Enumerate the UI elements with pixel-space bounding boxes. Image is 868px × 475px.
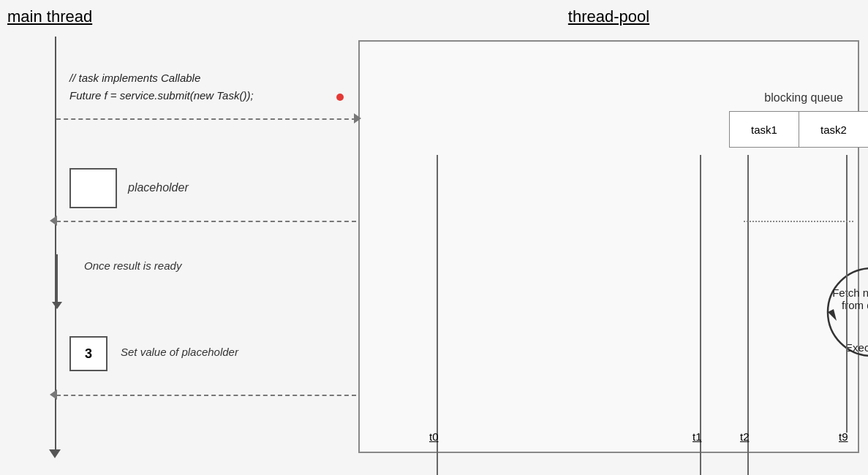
code-text: // task implements Callable Future f = s… (69, 69, 254, 104)
main-thread-label: main thread (7, 7, 92, 26)
placeholder-label: placeholder (128, 181, 189, 194)
blocking-queue-label: blocking queue (764, 91, 843, 104)
main-thread-arrow (49, 449, 61, 458)
thread-pool-box: blocking queue task1 task2 task3 task4 .… (358, 40, 859, 453)
value-text: 3 (85, 346, 92, 362)
dotted-line (744, 221, 853, 222)
placeholder-box (69, 168, 117, 208)
down-arrow-line (56, 254, 58, 302)
fetch-text: Fetch next taskfrom queue (822, 286, 868, 311)
thread-pool-label: thread-pool (358, 7, 859, 26)
time-label-t0: t0 (429, 430, 439, 443)
task-box-2: task2 (799, 112, 868, 147)
time-label-t2: t2 (740, 430, 750, 443)
arrow-submit-head (354, 113, 361, 123)
set-value-label: Set value of placeholder (121, 346, 238, 358)
thread-line-t2 (747, 155, 749, 475)
red-dot (336, 94, 344, 101)
value-box: 3 (69, 336, 107, 371)
task-queue: task1 task2 task3 task4 .... (729, 111, 868, 148)
thread-line-t1 (700, 155, 701, 475)
arrow-return-head (50, 216, 57, 226)
time-label-t1: t1 (692, 430, 702, 443)
time-label-t9: t9 (839, 430, 848, 443)
down-arrow (52, 254, 62, 309)
task-box-1: task1 (730, 112, 799, 147)
arrow-submit (56, 118, 356, 120)
code-line1: // task implements Callable (69, 69, 254, 87)
arrow-return2 (56, 395, 356, 396)
execute-text: Execute it (822, 341, 868, 354)
thread-line-t0 (437, 155, 438, 475)
diagram-container: main thread thread-pool blocking queue t… (0, 0, 868, 475)
thread-line-t9 (846, 155, 848, 433)
code-line2: Future f = service.submit(new Task()); (69, 87, 254, 104)
once-result-label: Once result is ready (84, 259, 181, 272)
arrow-return2-head (50, 390, 57, 400)
arrow-return (56, 221, 356, 222)
down-arrow-head (52, 302, 62, 309)
